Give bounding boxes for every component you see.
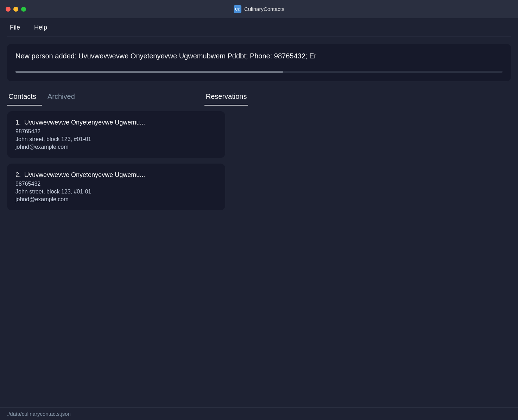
status-bar: ./data/culinarycontacts.json	[0, 407, 518, 420]
tab-contacts[interactable]: Contacts	[7, 90, 42, 106]
contact-1-email: johnd@example.com	[15, 144, 217, 150]
contact-2-name: 2. Uvuvwevwevwe Onyetenyevwe Ugwemu...	[15, 171, 217, 179]
tabs-left: Contacts Archived	[7, 90, 85, 106]
title-bar-content: Cc CulinaryContacts	[234, 5, 284, 13]
notification-box: New person added: Uvuvwevwevwe Onyetenye…	[7, 44, 511, 81]
contact-card-2[interactable]: 2. Uvuvwevwevwe Onyetenyevwe Ugwemu... 9…	[7, 164, 225, 210]
contact-1-address: John street, block 123, #01-01	[15, 136, 217, 142]
tabs-right: Reservations	[204, 90, 248, 106]
app-title: CulinaryContacts	[244, 6, 284, 12]
progress-bar-container	[15, 71, 503, 73]
close-button[interactable]	[6, 7, 11, 12]
file-menu[interactable]: File	[7, 23, 23, 33]
app-icon: Cc	[234, 5, 241, 13]
contact-2-address: John street, block 123, #01-01	[15, 189, 217, 195]
minimize-button[interactable]	[13, 7, 18, 12]
status-text: ./data/culinarycontacts.json	[7, 411, 71, 417]
tabs-row: Contacts Archived Reservations	[7, 90, 511, 106]
title-bar: Cc CulinaryContacts	[0, 0, 518, 18]
tab-reservations[interactable]: Reservations	[204, 90, 248, 106]
contact-1-name: 1. Uvuvwevwevwe Onyetenyevwe Ugwemu...	[15, 119, 217, 126]
progress-bar	[15, 71, 283, 73]
maximize-button[interactable]	[21, 7, 26, 12]
contact-2-phone: 98765432	[15, 181, 217, 187]
contact-1-phone: 98765432	[15, 128, 217, 135]
menu-bar: File Help	[0, 18, 518, 37]
contact-card-1[interactable]: 1. Uvuvwevwevwe Onyetenyevwe Ugwemu... 9…	[7, 111, 225, 158]
contacts-panel: 1. Uvuvwevwevwe Onyetenyevwe Ugwemu... 9…	[7, 111, 225, 210]
contact-2-email: johnd@example.com	[15, 196, 217, 203]
help-menu[interactable]: Help	[31, 23, 50, 33]
notification-text: New person added: Uvuvwevwevwe Onyetenye…	[15, 51, 503, 61]
main-content: New person added: Uvuvwevwevwe Onyetenye…	[0, 37, 518, 210]
content-area: 1. Uvuvwevwevwe Onyetenyevwe Ugwemu... 9…	[7, 111, 511, 210]
tab-archived[interactable]: Archived	[46, 90, 81, 106]
traffic-lights	[6, 7, 26, 12]
